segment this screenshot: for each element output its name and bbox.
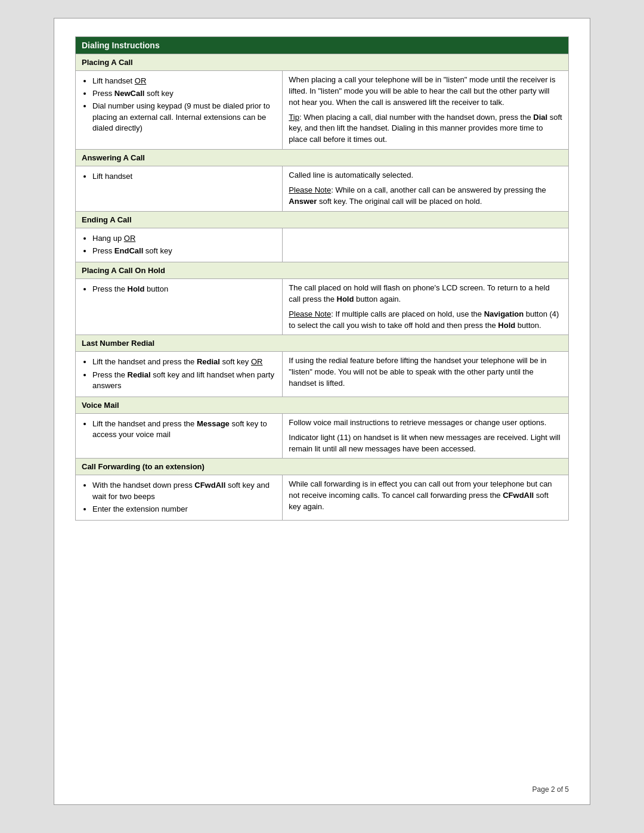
page-number: Page 2 of 5 (532, 785, 569, 794)
ending-a-call-right (283, 228, 569, 262)
ending-a-call-left: Hang up OR Press EndCall soft key (76, 228, 283, 262)
voice-mail-desc2: Indicator light (11) on handset is lit w… (289, 432, 562, 455)
placing-a-call-header: Placing A Call (76, 54, 569, 71)
placing-on-hold-desc2: Please Note: If multiple calls are place… (289, 309, 562, 332)
list-item: With the handset down press CFwdAll soft… (92, 480, 276, 501)
voice-mail-right: Follow voice mail instructions to retrie… (283, 413, 569, 459)
call-forwarding-row: With the handset down press CFwdAll soft… (76, 475, 569, 521)
call-forwarding-right: While call forwarding is in effect you c… (283, 475, 569, 521)
list-item: Press the Redial soft key and lift hands… (92, 370, 276, 391)
dialing-instructions-table: Dialing Instructions Placing A Call Lift… (75, 36, 569, 521)
call-forwarding-desc1: While call forwarding is in effect you c… (289, 479, 562, 513)
answering-a-call-right: Called line is automatically selected. P… (283, 166, 569, 212)
voice-mail-row: Lift the handset and press the Message s… (76, 413, 569, 459)
ending-a-call-header: Ending A Call (76, 211, 569, 228)
list-item: Lift the handset and press the Message s… (92, 419, 276, 440)
call-forwarding-left: With the handset down press CFwdAll soft… (76, 475, 283, 521)
placing-a-call-tip: Tip: When placing a call, dial number wi… (289, 112, 562, 146)
voice-mail-header: Voice Mail (76, 397, 569, 413)
last-number-redial-left: Lift the handset and press the Redial so… (76, 352, 283, 397)
answering-a-call-header: Answering A Call (76, 150, 569, 166)
list-item: Lift handset OR (92, 76, 276, 86)
answering-a-call-desc2: Please Note: While on a call, another ca… (289, 185, 562, 208)
voice-mail-desc1: Follow voice mail instructions to retrie… (289, 417, 562, 429)
list-item: Press EndCall soft key (92, 246, 276, 256)
answering-a-call-row: Lift handset Called line is automaticall… (76, 166, 569, 212)
placing-a-call-desc1: When placing a call your telephone will … (289, 75, 562, 109)
main-header: Dialing Instructions (76, 37, 569, 54)
placing-on-hold-right: The call placed on hold will flash on ph… (283, 278, 569, 335)
list-item: Enter the extension number (92, 504, 276, 515)
placing-on-hold-row: Press the Hold button The call placed on… (76, 278, 569, 335)
answering-a-call-desc1: Called line is automatically selected. (289, 170, 562, 181)
list-item: Hang up OR (92, 233, 276, 244)
last-number-redial-header: Last Number Redial (76, 335, 569, 352)
ending-a-call-row: Hang up OR Press EndCall soft key (76, 228, 569, 262)
placing-on-hold-left: Press the Hold button (76, 278, 283, 335)
list-item: Dial number using keypad (9 must be dial… (92, 101, 276, 134)
list-item: Press NewCall soft key (92, 88, 276, 99)
page: Dialing Instructions Placing A Call Lift… (54, 18, 590, 805)
placing-a-call-left: Lift handset OR Press NewCall soft key D… (76, 71, 283, 150)
voice-mail-left: Lift the handset and press the Message s… (76, 413, 283, 459)
last-number-redial-row: Lift the handset and press the Redial so… (76, 352, 569, 397)
placing-a-call-row: Lift handset OR Press NewCall soft key D… (76, 71, 569, 150)
list-item: Lift the handset and press the Redial so… (92, 357, 276, 367)
placing-on-hold-desc1: The call placed on hold will flash on ph… (289, 283, 562, 305)
list-item: Lift handset (92, 171, 276, 182)
answering-a-call-left: Lift handset (76, 166, 283, 212)
placing-on-hold-header: Placing A Call On Hold (76, 262, 569, 278)
last-number-redial-right: If using the redial feature before lifti… (283, 352, 569, 397)
placing-a-call-right: When placing a call your telephone will … (283, 71, 569, 150)
call-forwarding-header: Call Forwarding (to an extension) (76, 459, 569, 475)
list-item: Press the Hold button (92, 284, 276, 295)
last-number-redial-desc1: If using the redial feature before lifti… (289, 355, 562, 389)
